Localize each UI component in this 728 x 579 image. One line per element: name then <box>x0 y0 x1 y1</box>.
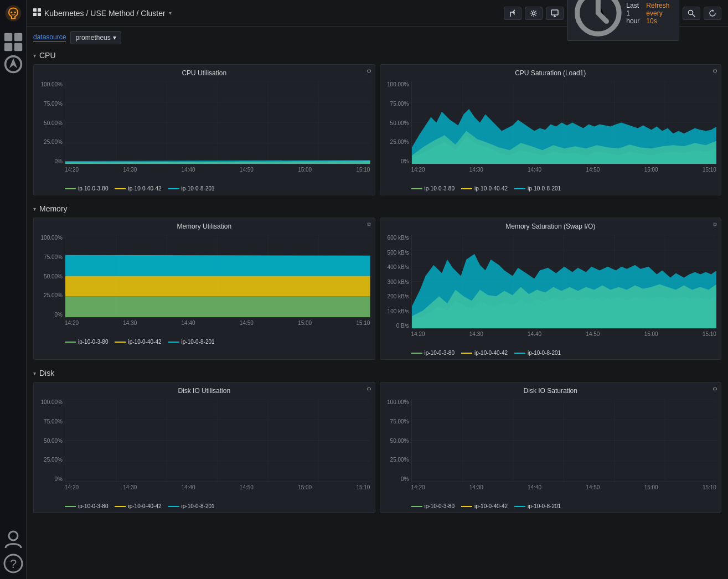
legend-mem-util-label-2: ip-10-0-40-42 <box>128 339 161 345</box>
sidebar-item-dashboards[interactable] <box>3 32 23 52</box>
legend-mem-util-color-2 <box>115 342 126 343</box>
panel-disk-io-utilisation-settings[interactable]: ⚙ <box>366 386 371 392</box>
sidebar-item-explore[interactable] <box>3 54 23 74</box>
x-axis-mem-util: 14:20 14:30 14:40 14:50 15:00 15:10 <box>65 318 370 334</box>
legend-mem-sat-2: ip-10-0-40-42 <box>461 350 508 356</box>
svg-point-19 <box>689 10 693 14</box>
legend-disk-sat-color-1 <box>411 506 422 507</box>
panel-disk-io-saturation-title: Disk IO Saturation <box>380 382 721 397</box>
legend-mem-sat-label-2: ip-10-0-40-42 <box>474 350 508 356</box>
legend-cpu-sat-label-3: ip-10-0-8-201 <box>528 185 561 192</box>
chart-memory-saturation-container: 600 kB/s 500 kB/s 400 kB/s 300 kB/s 200 … <box>383 235 717 345</box>
panel-disk-io-utilisation-title: Disk IO Utilisation <box>34 382 375 397</box>
y-axis-cpu-sat: 100.00% 75.00% 50.00% 25.00% 0% <box>383 81 411 164</box>
legend-disk-sat-label-2: ip-10-0-40-42 <box>474 503 508 509</box>
chart-cpu-utilisation: 100.00% 75.00% 50.00% 25.00% 0% <box>34 79 375 183</box>
svg-rect-12 <box>33 8 37 12</box>
section-memory-chevron: ▾ <box>33 206 36 212</box>
sidebar-item-profile[interactable] <box>3 529 23 549</box>
legend-mem-sat-label-3: ip-10-0-8-201 <box>528 350 561 356</box>
section-disk-title: Disk <box>39 369 54 378</box>
panel-memory-saturation-title: Memory Saturation (Swap I/O) <box>380 218 721 232</box>
refresh-button[interactable] <box>704 7 721 20</box>
panel-memory-utilisation: Memory Utilisation ⚙ 100.00% 75.00% 50.0… <box>33 218 375 360</box>
datasource-label: datasource <box>33 33 66 42</box>
title-text: Kubernetes / USE Method / Cluster <box>44 9 166 18</box>
title-dropdown-icon[interactable]: ▾ <box>169 10 172 16</box>
chart-cpu-saturation: 100.00% 75.00% 50.00% 25.00% 0% <box>380 79 721 183</box>
y-axis-mem-util: 100.00% 75.00% 50.00% 25.00% 0% <box>36 235 65 318</box>
legend-disk-util-label-2: ip-10-0-40-42 <box>128 503 161 509</box>
chart-svg-mem-sat <box>411 235 717 329</box>
legend-mem-util-color-3 <box>168 342 179 343</box>
datasource-dropdown[interactable]: prometheus ▾ <box>70 31 121 44</box>
legend-cpu-sat-3: ip-10-0-8-201 <box>514 185 561 192</box>
display-button[interactable] <box>546 7 564 20</box>
svg-marker-8 <box>9 58 17 68</box>
legend-disk-util-color-1 <box>65 506 76 507</box>
y-axis-mem-sat: 600 kB/s 500 kB/s 400 kB/s 300 kB/s 200 … <box>383 235 411 329</box>
svg-rect-17 <box>551 10 558 15</box>
panel-cpu-saturation-title: CPU Saturation (Load1) <box>380 65 721 79</box>
legend-cpu-sat: ip-10-0-3-80 ip-10-0-40-42 ip-10-0-8-201 <box>380 183 721 195</box>
svg-point-2 <box>14 12 16 13</box>
legend-mem-util-2: ip-10-0-40-42 <box>115 339 161 345</box>
svg-rect-6 <box>14 43 22 51</box>
settings-button[interactable] <box>525 7 543 20</box>
sidebar-item-help[interactable]: ? <box>3 554 23 573</box>
panel-cpu-saturation-settings[interactable]: ⚙ <box>712 68 717 74</box>
svg-rect-13 <box>38 8 41 12</box>
legend-label-2: ip-10-0-40-42 <box>128 185 161 192</box>
legend-cpu-sat-1: ip-10-0-3-80 <box>411 185 455 192</box>
panel-cpu-saturation: CPU Saturation (Load1) ⚙ 100.00% 75.00% … <box>380 64 722 195</box>
x-axis-cpu-util: 14:20 14:30 14:40 14:50 15:00 15:10 <box>65 164 370 181</box>
svg-marker-44 <box>412 109 717 164</box>
datasource-value: prometheus <box>75 34 110 42</box>
cpu-panels-row: CPU Utilisation ⚙ 100.00% 75.00% 50.00% … <box>33 64 721 195</box>
legend-disk-sat-color-2 <box>461 506 472 507</box>
svg-marker-70 <box>412 254 717 328</box>
legend-mem-sat: ip-10-0-3-80 ip-10-0-40-42 ip-10-0-8-201 <box>380 348 721 359</box>
chart-disk-io-utilisation: 100.00% 75.00% 50.00% 25.00% 0% <box>34 397 375 501</box>
chart-disk-io-saturation: 100.00% 75.00% 50.00% 25.00% 0% <box>380 397 721 501</box>
sidebar: ? <box>0 0 27 579</box>
datasource-dropdown-icon: ▾ <box>113 34 116 42</box>
topbar: Kubernetes / USE Method / Cluster ▾ Last… <box>27 0 728 27</box>
chart-memory-utilisation-container: 100.00% 75.00% 50.00% 25.00% 0% <box>36 235 370 334</box>
panel-cpu-utilisation-settings[interactable]: ⚙ <box>366 68 371 74</box>
panel-memory-utilisation-settings[interactable]: ⚙ <box>366 221 371 228</box>
y-axis-disk-sat: 100.00% 75.00% 50.00% 25.00% 0% <box>383 399 411 482</box>
legend-color-3 <box>168 188 179 189</box>
x-axis-disk-sat: 14:20 14:30 14:40 14:50 15:00 15:10 <box>411 482 717 499</box>
y-axis-disk-util: 100.00% 75.00% 50.00% 25.00% 0% <box>36 399 65 482</box>
grafana-logo[interactable] <box>4 4 22 22</box>
section-memory-header[interactable]: ▾ Memory <box>33 204 721 213</box>
legend-mem-sat-color-3 <box>514 353 525 354</box>
section-cpu-title: CPU <box>39 51 56 60</box>
panel-memory-saturation-settings[interactable]: ⚙ <box>712 221 717 228</box>
svg-point-16 <box>532 12 535 14</box>
chart-svg-disk-util <box>65 399 370 482</box>
legend-disk-util-2: ip-10-0-40-42 <box>115 503 161 509</box>
grid-icon <box>33 8 41 18</box>
chart-svg-cpu-sat <box>411 81 717 164</box>
legend-mem-sat-3: ip-10-0-8-201 <box>514 350 561 356</box>
search-button[interactable] <box>683 7 700 20</box>
panel-disk-io-saturation-settings[interactable]: ⚙ <box>712 386 717 392</box>
svg-rect-4 <box>14 33 22 41</box>
panel-disk-io-saturation: Disk IO Saturation ⚙ 100.00% 75.00% 50.0… <box>380 382 722 513</box>
panel-memory-utilisation-title: Memory Utilisation <box>34 218 375 232</box>
legend-disk-util-label-3: ip-10-0-8-201 <box>182 503 215 509</box>
legend-disk-util-color-2 <box>115 506 126 507</box>
panel-cpu-utilisation-title: CPU Utilisation <box>34 65 375 79</box>
chart-cpu-utilisation-container: 100.00% 75.00% 50.00% 25.00% 0% <box>36 81 370 181</box>
legend-label-1: ip-10-0-3-80 <box>78 185 108 192</box>
svg-text:?: ? <box>10 557 17 571</box>
x-axis-mem-sat: 14:20 14:30 14:40 14:50 15:00 15:10 <box>411 329 717 345</box>
svg-marker-56 <box>65 255 370 276</box>
share-button[interactable] <box>504 7 522 20</box>
section-cpu-header[interactable]: ▾ CPU <box>33 51 721 60</box>
section-disk-header[interactable]: ▾ Disk <box>33 369 721 378</box>
filter-bar: datasource prometheus ▾ <box>33 31 721 44</box>
svg-rect-15 <box>38 13 41 16</box>
